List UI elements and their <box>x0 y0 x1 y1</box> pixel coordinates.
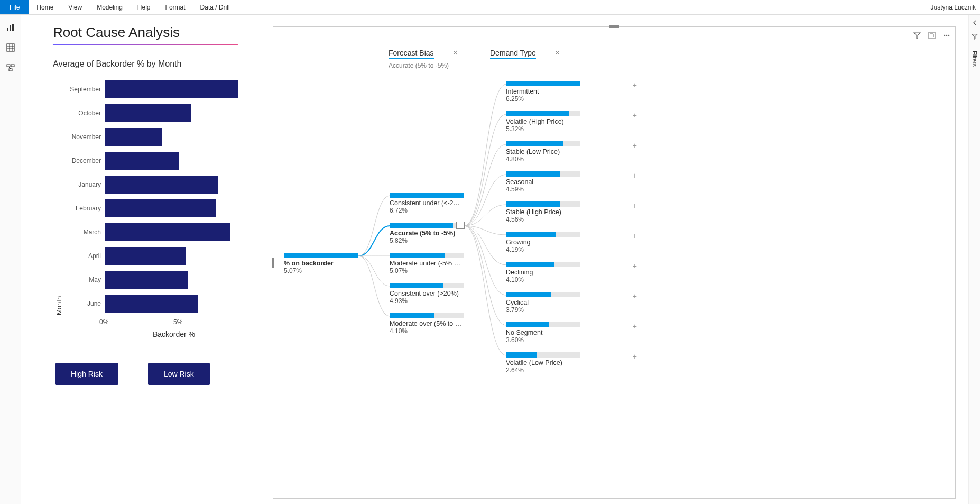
tree-leaf-node[interactable]: Volatile (High Price)5.32%+ <box>506 111 622 133</box>
node-value: 6.72% <box>390 207 506 214</box>
tree-leaf-node[interactable]: Cyclical3.79%+ <box>506 292 622 314</box>
expand-plus-icon[interactable]: + <box>633 292 637 300</box>
backorder-bar-chart[interactable]: Month SeptemberOctoberNovemberDecemberJa… <box>53 77 248 315</box>
menu-home[interactable]: Home <box>29 0 61 14</box>
tree-root-node[interactable]: % on backorder 5.07% <box>284 253 390 274</box>
node-label: Accurate (5% to -5%) <box>390 230 466 237</box>
title-underline <box>53 44 238 45</box>
filters-pane-toggle[interactable] <box>972 33 978 41</box>
bar-row[interactable]: May <box>63 268 248 291</box>
expand-plus-icon[interactable]: + <box>633 232 637 240</box>
tree-mid-node[interactable]: Consistent under (<-2…6.72% <box>390 193 506 214</box>
node-value: 6.25% <box>506 95 622 103</box>
bar-track <box>105 104 248 122</box>
node-label: Volatile (Low Price) <box>506 359 583 366</box>
tree-leaf-node[interactable]: Stable (Low Price)4.80%+ <box>506 141 622 163</box>
filters-label: Filters <box>972 51 978 67</box>
collapse-chevron-icon[interactable] <box>972 19 977 27</box>
node-bar <box>506 201 580 207</box>
expand-plus-icon[interactable]: + <box>633 201 637 210</box>
expand-plus-icon[interactable]: + <box>633 141 637 150</box>
bar-row[interactable]: December <box>63 149 248 172</box>
expand-plus-icon[interactable]: + <box>633 322 637 331</box>
more-options-icon[interactable] <box>942 31 951 40</box>
bar-label: November <box>63 133 105 141</box>
svg-rect-0 <box>7 28 8 31</box>
expand-plus-icon[interactable]: + <box>633 171 637 180</box>
menu-modeling[interactable]: Modeling <box>89 0 130 14</box>
bar-track <box>105 223 248 241</box>
resize-handle-top[interactable] <box>609 25 619 28</box>
low-risk-button[interactable]: Low Risk <box>148 363 210 385</box>
node-value: 5.82% <box>390 237 506 244</box>
tree-leaf-node[interactable]: Stable (High Price)4.56%+ <box>506 201 622 223</box>
tree-leaf-node[interactable]: Growing4.19%+ <box>506 232 622 253</box>
close-icon[interactable]: × <box>452 48 457 57</box>
tree-leaf-node[interactable]: Volatile (Low Price)2.64%+ <box>506 352 622 374</box>
svg-rect-1 <box>10 25 11 31</box>
filter-icon[interactable] <box>913 31 921 40</box>
bar-track <box>105 199 248 217</box>
bar-label: April <box>63 252 105 260</box>
report-view-icon[interactable] <box>4 21 17 34</box>
bar-row[interactable]: October <box>63 101 248 125</box>
node-value: 4.93% <box>390 297 506 305</box>
bar-fill <box>105 152 179 170</box>
close-icon[interactable]: × <box>555 48 560 57</box>
expand-plus-icon[interactable]: + <box>633 262 637 270</box>
node-bar <box>390 193 464 198</box>
file-menu[interactable]: File <box>0 0 29 14</box>
tree-leaf-node[interactable]: Intermittent6.25%+ <box>506 81 622 103</box>
expand-plus-icon[interactable]: + <box>633 81 637 89</box>
bar-fill <box>105 271 188 289</box>
tree-mid-node[interactable]: Accurate (5% to -5%)5.82% <box>390 223 506 244</box>
tree-mid-node[interactable]: Moderate under (-5% …5.07% <box>390 253 506 274</box>
bar-row[interactable]: November <box>63 125 248 149</box>
data-view-icon[interactable] <box>4 41 17 54</box>
bar-row[interactable]: April <box>63 244 248 268</box>
x-tick-0: 0% <box>99 318 173 326</box>
tree-leaf-node[interactable]: No Segment3.60%+ <box>506 322 622 344</box>
expand-plus-icon[interactable]: + <box>633 111 637 120</box>
demand-type-label: Demand Type <box>490 49 536 59</box>
resize-handle-left[interactable] <box>272 258 274 268</box>
tree-leaf-node[interactable]: Seasonal4.59%+ <box>506 171 622 193</box>
decomposition-tree-visual[interactable]: Forecast Bias × Demand Type × Accurate (… <box>273 26 956 499</box>
menu-help[interactable]: Help <box>130 0 158 14</box>
bar-label: February <box>63 205 105 212</box>
bar-fill <box>105 80 238 98</box>
node-value: 4.56% <box>506 216 622 223</box>
node-label: Volatile (High Price) <box>506 118 583 125</box>
node-label: Moderate under (-5% … <box>390 260 466 267</box>
node-label: Intermittent <box>506 88 583 95</box>
bar-track <box>105 176 248 194</box>
user-name-label: Justyna Lucznik <box>931 4 976 11</box>
tree-mid-column: Consistent under (<-2…6.72%Accurate (5% … <box>390 48 506 488</box>
model-view-icon[interactable] <box>4 61 17 74</box>
tree-mid-node[interactable]: Moderate over (5% to …4.10% <box>390 313 506 335</box>
visual-toolbar <box>913 31 951 40</box>
tree-mid-node[interactable]: Consistent over (>20%)4.93% <box>390 283 506 305</box>
bar-fill <box>105 176 218 194</box>
svg-rect-10 <box>9 69 12 71</box>
menu-view[interactable]: View <box>61 0 89 14</box>
menu-data-drill[interactable]: Data / Drill <box>193 0 237 14</box>
bar-row[interactable]: September <box>63 77 248 101</box>
bar-fill <box>105 295 198 313</box>
node-value: 4.10% <box>506 276 622 283</box>
menu-format[interactable]: Format <box>158 0 193 14</box>
bar-row[interactable]: June <box>63 291 248 315</box>
bar-track <box>105 271 248 289</box>
svg-point-15 <box>946 35 948 36</box>
bar-row[interactable]: January <box>63 172 248 196</box>
bar-row[interactable]: February <box>63 196 248 220</box>
node-bar <box>390 313 464 318</box>
bar-row[interactable]: March <box>63 220 248 244</box>
focus-mode-icon[interactable] <box>928 31 936 40</box>
node-label: % on backorder <box>284 260 360 267</box>
forecast-bias-header: Forecast Bias × <box>389 48 458 59</box>
high-risk-button[interactable]: High Risk <box>55 363 118 385</box>
tree-leaf-node[interactable]: Declining4.10%+ <box>506 262 622 283</box>
expand-plus-icon[interactable]: + <box>633 352 637 361</box>
buttons-row: High Risk Low Risk <box>55 363 248 385</box>
